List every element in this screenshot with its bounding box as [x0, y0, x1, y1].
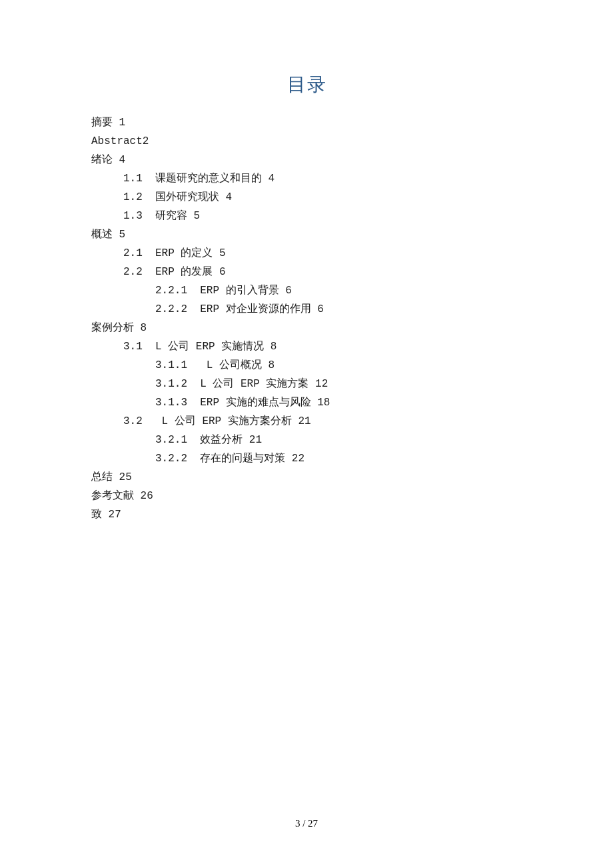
page-footer: 3 / 27 [0, 818, 613, 829]
toc-entry: 3.1.3 ERP 实施的难点与风险 18 [91, 393, 523, 412]
toc-entry: 绪论 4 [91, 151, 523, 169]
toc-title: 目录 [91, 72, 523, 97]
toc-entry: 参考文献 26 [91, 487, 523, 505]
toc-entry: 3.2.2 存在的问题与对策 22 [91, 449, 523, 468]
toc-entry: 3.1 L 公司 ERP 实施情况 8 [91, 337, 523, 356]
toc-entry: 摘要 1 [91, 113, 523, 132]
toc-entry: 2.1 ERP 的定义 5 [91, 244, 523, 263]
toc-entry: 1.3 研究容 5 [91, 207, 523, 225]
toc-entry: Abstract2 [91, 132, 523, 151]
toc-entry: 2.2.1 ERP 的引入背景 6 [91, 281, 523, 300]
toc-entry: 2.2 ERP 的发展 6 [91, 263, 523, 281]
page-content: 目录 摘要 1Abstract2绪论 41.1 课题研究的意义和目的 41.2 … [0, 0, 613, 524]
toc-entry: 3.2 L 公司 ERP 实施方案分析 21 [91, 412, 523, 431]
toc-entry: 3.1.1 L 公司概况 8 [91, 356, 523, 375]
toc-entry: 3.2.1 效益分析 21 [91, 431, 523, 449]
toc-entry: 致 27 [91, 505, 523, 524]
toc-entry: 1.2 国外研究现状 4 [91, 188, 523, 207]
toc-entry: 3.1.2 L 公司 ERP 实施方案 12 [91, 375, 523, 393]
toc-entry: 1.1 课题研究的意义和目的 4 [91, 169, 523, 188]
toc-entry: 2.2.2 ERP 对企业资源的作用 6 [91, 300, 523, 319]
toc-entry: 概述 5 [91, 225, 523, 244]
toc-list: 摘要 1Abstract2绪论 41.1 课题研究的意义和目的 41.2 国外研… [91, 113, 523, 524]
toc-entry: 总结 25 [91, 468, 523, 487]
toc-entry: 案例分析 8 [91, 319, 523, 337]
